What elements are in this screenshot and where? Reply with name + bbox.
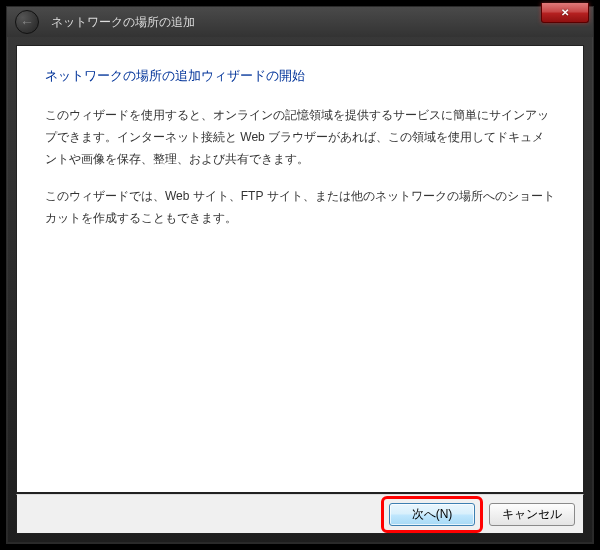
window-frame: ← ネットワークの場所の追加 ✕ ネットワークの場所の追加ウィザードの開始 この… <box>6 6 594 544</box>
footer-button-bar: 次へ(N) キャンセル <box>16 494 584 534</box>
back-arrow-icon: ← <box>20 14 34 30</box>
title-bar: ← ネットワークの場所の追加 ✕ <box>7 7 593 37</box>
content-pane: ネットワークの場所の追加ウィザードの開始 このウィザードを使用すると、オンライン… <box>16 45 584 493</box>
cancel-button[interactable]: キャンセル <box>489 503 575 526</box>
window-title: ネットワークの場所の追加 <box>51 14 195 31</box>
annotation-highlight: 次へ(N) <box>381 496 483 533</box>
close-button[interactable]: ✕ <box>541 3 589 23</box>
wizard-heading: ネットワークの場所の追加ウィザードの開始 <box>45 64 555 87</box>
next-button[interactable]: 次へ(N) <box>389 503 475 526</box>
wizard-body: ネットワークの場所の追加ウィザードの開始 このウィザードを使用すると、オンライン… <box>17 46 583 263</box>
close-icon: ✕ <box>561 7 569 18</box>
back-button[interactable]: ← <box>15 10 39 34</box>
wizard-paragraph-1: このウィザードを使用すると、オンラインの記憶領域を提供するサービスに簡単にサイン… <box>45 105 555 170</box>
wizard-paragraph-2: このウィザードでは、Web サイト、FTP サイト、または他のネットワークの場所… <box>45 186 555 229</box>
